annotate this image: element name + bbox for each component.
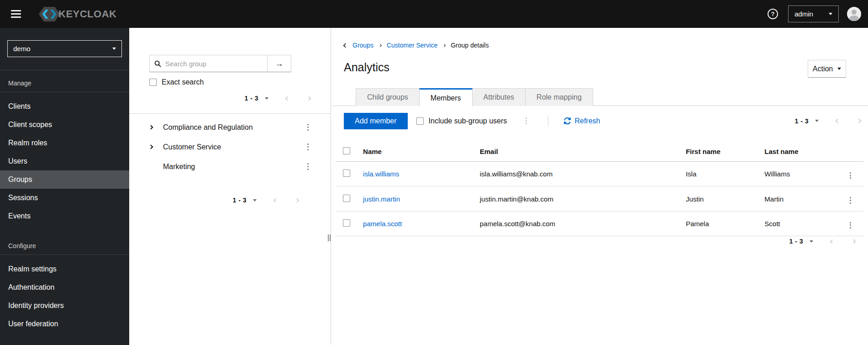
row-checkbox[interactable]: [343, 170, 350, 177]
row-checkbox[interactable]: [343, 219, 350, 227]
tree-item-marketing: Marketing: [129, 157, 331, 176]
next-page-icon[interactable]: [307, 96, 311, 101]
sidebar-item-identity-providers[interactable]: Identity providers: [0, 297, 129, 315]
refresh-button[interactable]: Refresh: [564, 117, 600, 125]
expand-icon[interactable]: [149, 145, 157, 149]
breadcrumb-separator-icon: [442, 43, 446, 47]
previous-page-icon[interactable]: [274, 198, 278, 202]
action-dropdown-button[interactable]: Action: [808, 60, 846, 78]
row-kebab-menu-icon[interactable]: [848, 195, 853, 206]
row-kebab-menu-icon[interactable]: [848, 220, 853, 231]
sidebar-item-realm-roles[interactable]: Realm roles: [0, 134, 129, 152]
table-row: justin.martin justin.martin@knab.com Jus…: [336, 186, 863, 211]
member-last-name: Martin: [757, 186, 837, 211]
member-link[interactable]: isla.williams: [363, 170, 399, 178]
realm-selector[interactable]: demo: [7, 40, 122, 57]
member-link[interactable]: justin.martin: [363, 195, 400, 203]
user-menu-label: admin: [794, 10, 813, 18]
member-first-name: Justin: [679, 186, 757, 211]
column-header-last-name[interactable]: Last name: [757, 142, 837, 162]
next-page-icon[interactable]: [857, 119, 862, 123]
tab-role-mapping[interactable]: Role mapping: [525, 88, 593, 106]
chevron-down-icon[interactable]: [265, 97, 268, 100]
select-all-checkbox[interactable]: [343, 147, 350, 154]
column-header-first-name[interactable]: First name: [679, 142, 757, 162]
kebab-menu-icon[interactable]: [305, 142, 310, 152]
column-header-name[interactable]: Name: [356, 142, 473, 162]
table-header-row: Name Email First name Last name: [336, 142, 863, 162]
previous-page-icon[interactable]: [830, 239, 835, 244]
divider: [129, 113, 331, 114]
chevron-down-icon[interactable]: [815, 120, 819, 122]
pagination-range[interactable]: 1 - 3: [789, 238, 803, 245]
search-group-input[interactable]: [165, 55, 267, 72]
column-header-email[interactable]: Email: [473, 142, 679, 162]
sidebar-item-users[interactable]: Users: [0, 152, 129, 170]
member-email: isla.williams@knab.com: [473, 162, 679, 186]
refresh-icon: [564, 117, 571, 124]
sidebar-item-events[interactable]: Events: [0, 207, 129, 225]
sidebar-item-realm-settings[interactable]: Realm settings: [0, 260, 129, 278]
group-name[interactable]: Marketing: [163, 163, 195, 171]
sidebar-item-client-scopes[interactable]: Client scopes: [0, 116, 129, 134]
row-kebab-menu-icon[interactable]: [848, 170, 853, 181]
pagination-range[interactable]: 1 - 3: [232, 196, 247, 204]
nav-section-manage: Manage: [0, 70, 129, 92]
breadcrumb-link-customer-service[interactable]: Customer Service: [387, 42, 437, 49]
sidebar-item-sessions[interactable]: Sessions: [0, 189, 129, 207]
kebab-menu-icon[interactable]: [305, 161, 310, 172]
include-subgroups-checkbox[interactable]: [416, 117, 424, 125]
next-page-icon[interactable]: [295, 198, 300, 202]
tab-attributes[interactable]: Attributes: [472, 88, 526, 106]
breadcrumb-link-groups[interactable]: Groups: [352, 42, 374, 49]
tab-child-groups[interactable]: Child groups: [356, 88, 420, 106]
members-toolbar: Add member Include sub-group users Refre…: [331, 106, 868, 135]
realm-selector-value: demo: [13, 45, 31, 53]
chevron-down-icon: [112, 48, 116, 50]
row-checkbox[interactable]: [343, 195, 350, 202]
member-link[interactable]: pamela.scott: [363, 220, 402, 228]
kebab-menu-icon[interactable]: [305, 122, 310, 133]
group-name[interactable]: Compliance and Regulation: [163, 123, 253, 132]
expand-icon[interactable]: [149, 126, 157, 129]
members-pagination-bottom: 1 - 3: [789, 238, 855, 245]
user-menu-dropdown[interactable]: admin: [788, 5, 839, 22]
back-icon[interactable]: [343, 43, 348, 48]
chevron-down-icon[interactable]: [810, 240, 813, 243]
nav-section-configure: Configure: [0, 225, 129, 255]
search-submit-button[interactable]: →: [267, 55, 291, 72]
tree-item-compliance-and-regulation: Compliance and Regulation: [129, 117, 331, 137]
add-member-button[interactable]: Add member: [344, 113, 408, 129]
help-icon[interactable]: ?: [768, 9, 778, 19]
group-name[interactable]: Customer Service: [163, 143, 221, 151]
chevron-down-icon[interactable]: [253, 199, 257, 202]
member-last-name: Williams: [757, 162, 837, 186]
action-label: Action: [813, 65, 833, 73]
pagination-range[interactable]: 1 - 3: [244, 95, 258, 102]
avatar[interactable]: [847, 7, 861, 21]
sidebar-item-authentication[interactable]: Authentication: [0, 278, 129, 297]
breadcrumb: Groups Customer Service Group details: [344, 42, 489, 49]
group-search: →: [149, 55, 291, 72]
sidebar-item-clients[interactable]: Clients: [0, 97, 129, 116]
previous-page-icon[interactable]: [836, 119, 840, 123]
divider: [548, 115, 548, 127]
tab-members[interactable]: Members: [419, 88, 473, 106]
members-pagination-top: 1 - 3: [794, 117, 861, 125]
tree-item-customer-service: Customer Service: [129, 137, 331, 157]
next-page-icon[interactable]: [852, 239, 856, 244]
member-email: justin.martin@knab.com: [473, 186, 679, 211]
kebab-menu-icon[interactable]: [524, 116, 529, 126]
exact-search-checkbox[interactable]: [149, 79, 157, 86]
members-table: Name Email First name Last name isla.wil…: [336, 142, 863, 236]
hamburger-menu-icon[interactable]: [9, 8, 23, 20]
member-first-name: Isla: [679, 162, 757, 186]
sidebar-item-groups[interactable]: Groups: [0, 170, 129, 189]
pagination-range[interactable]: 1 - 3: [794, 117, 809, 125]
sidebar-item-user-federation[interactable]: User federation: [0, 315, 129, 333]
panel-resize-handle[interactable]: [328, 234, 331, 241]
member-first-name: Pamela: [679, 211, 757, 236]
previous-page-icon[interactable]: [285, 96, 290, 101]
breadcrumb-separator-icon: [379, 43, 382, 47]
breadcrumb-current: Group details: [451, 42, 489, 49]
